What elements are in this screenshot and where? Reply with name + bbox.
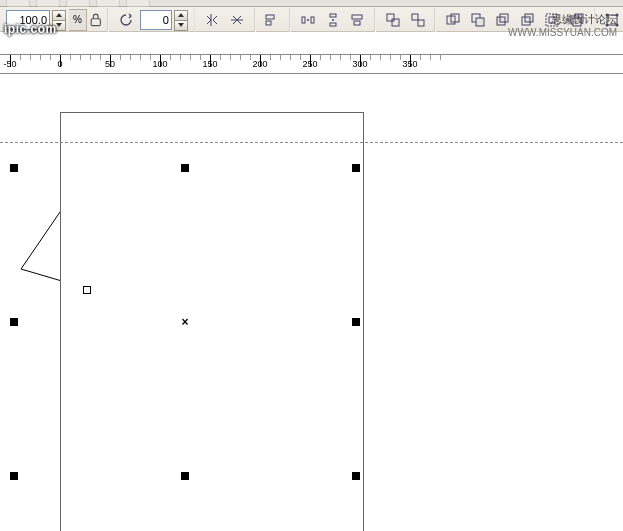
svg-rect-11 (387, 14, 394, 21)
percent-unit: % (69, 9, 87, 31)
handle-ml[interactable] (10, 318, 18, 326)
svg-rect-18 (476, 18, 484, 26)
page[interactable] (60, 112, 364, 531)
spin-down[interactable] (174, 20, 188, 31)
ruler-label: 300 (352, 59, 367, 69)
break-icon[interactable] (467, 8, 489, 32)
ruler-label: 200 (252, 59, 267, 69)
rotate-icon[interactable] (115, 8, 137, 32)
svg-rect-9 (352, 15, 362, 19)
ruler-label: -50 (3, 59, 16, 69)
group-icon[interactable] (382, 8, 404, 32)
ruler-label: 0 (57, 59, 62, 69)
dist-h-icon[interactable] (297, 8, 319, 32)
svg-rect-12 (392, 19, 399, 26)
dist-v-icon[interactable] (322, 8, 344, 32)
rotate-input[interactable] (141, 14, 171, 26)
mirror-v-icon[interactable] (226, 8, 248, 32)
ruler-label: 150 (202, 59, 217, 69)
svg-rect-2 (266, 21, 271, 25)
svg-rect-6 (330, 14, 336, 17)
handle-tr[interactable] (352, 164, 360, 172)
handle-tl[interactable] (10, 164, 18, 172)
svg-rect-14 (418, 20, 424, 26)
mirror-h-icon[interactable] (201, 8, 223, 32)
align-center-icon[interactable] (346, 8, 368, 32)
handle-bl[interactable] (10, 472, 18, 480)
ruler-label: 100 (152, 59, 167, 69)
credits-chinese: 思缘设计论坛 (508, 12, 617, 27)
credits: 思缘设计论坛 WWW.MISSYUAN.COM (508, 12, 617, 38)
handle-br[interactable] (352, 472, 360, 480)
svg-rect-0 (91, 19, 100, 26)
separator (107, 8, 109, 32)
svg-rect-3 (302, 17, 305, 23)
svg-point-8 (332, 19, 334, 21)
svg-rect-10 (354, 21, 360, 25)
handle-mr[interactable] (352, 318, 360, 326)
svg-point-5 (307, 19, 309, 21)
svg-rect-19 (497, 17, 505, 25)
svg-rect-7 (330, 23, 336, 26)
separator (194, 8, 196, 32)
separator (374, 8, 376, 32)
combine-icon[interactable] (442, 8, 464, 32)
ruler-label: 250 (302, 59, 317, 69)
ruler-label: 50 (105, 59, 115, 69)
separator (289, 8, 291, 32)
svg-rect-1 (266, 15, 274, 19)
horizontal-ruler[interactable]: -50050100150200250300350 (0, 54, 623, 74)
node-marker[interactable] (83, 286, 91, 294)
handle-bc[interactable] (181, 472, 189, 480)
rotate-field[interactable] (140, 10, 172, 30)
guideline[interactable] (0, 142, 623, 143)
selection-center[interactable]: × (181, 315, 188, 329)
handle-tc[interactable] (181, 164, 189, 172)
watermark: ipic.com (4, 22, 57, 36)
rotate-spinner[interactable] (174, 10, 188, 31)
ungroup-icon[interactable] (407, 8, 429, 32)
separator (434, 8, 436, 32)
credits-url: WWW.MISSYUAN.COM (508, 27, 617, 38)
separator (254, 8, 256, 32)
svg-rect-13 (412, 14, 418, 20)
cropped-toolbar (0, 0, 623, 7)
spin-up[interactable] (174, 10, 188, 20)
spin-up[interactable] (52, 10, 66, 20)
ruler-label: 350 (402, 59, 417, 69)
lock-icon[interactable] (90, 11, 102, 29)
align-left-icon[interactable] (262, 8, 284, 32)
svg-rect-4 (311, 17, 314, 23)
canvas[interactable]: × (0, 72, 623, 531)
